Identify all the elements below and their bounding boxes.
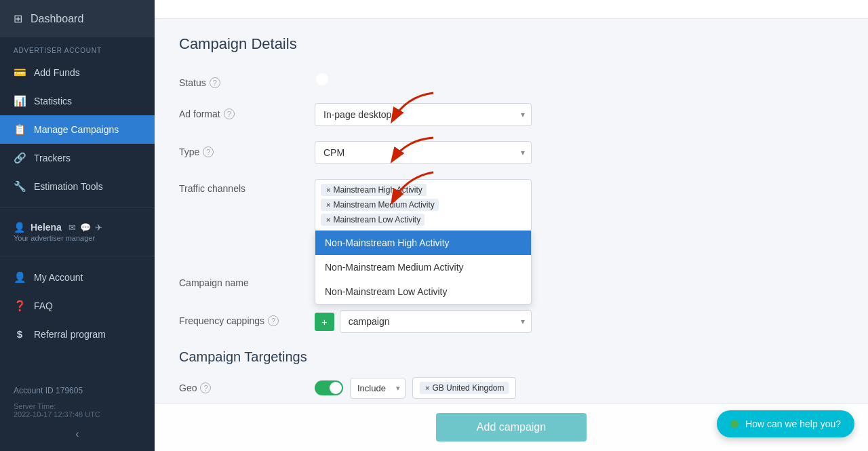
top-bar — [155, 0, 868, 19]
frequency-cappings-row: Frequency cappings ? + campaign — [179, 310, 844, 333]
sidebar-add-funds-label: Add Funds — [34, 67, 80, 78]
type-help-icon[interactable]: ? — [203, 146, 214, 157]
sidebar-faq-label: FAQ — [34, 300, 53, 311]
dropdown-item-non-mainstream-high[interactable]: Non-Mainstream High Activity — [315, 231, 531, 255]
frequency-plus-button[interactable]: + — [315, 313, 334, 331]
frequency-cappings-label: Frequency cappings ? — [179, 310, 315, 326]
dashboard-icon: ⊞ — [14, 12, 22, 25]
selected-tags[interactable]: × Mainstream High Activity × Mainstream … — [315, 180, 531, 231]
frequency-cappings-help-icon[interactable]: ? — [268, 315, 279, 326]
sidebar-item-trackers[interactable]: 🔗 Trackers — [0, 144, 155, 172]
geo-help-icon[interactable]: ? — [200, 383, 211, 393]
statistics-icon: 📊 — [14, 95, 26, 107]
user-name: Helena — [31, 222, 62, 233]
geo-toggle[interactable] — [315, 380, 343, 395]
type-select-wrapper: CPM — [315, 141, 532, 164]
sidebar-item-manage-campaigns[interactable]: 📋 Manage Campaigns — [0, 115, 155, 144]
traffic-dropdown: Non-Mainstream High Activity Non-Mainstr… — [315, 231, 532, 305]
user-icon: 👤 — [14, 222, 25, 233]
geo-tag-x-gb[interactable]: × — [425, 384, 429, 392]
sidebar: ⊞ Dashboard ADVERTISER ACCOUNT 💳 Add Fun… — [0, 0, 155, 451]
traffic-channels-container: × Mainstream High Activity × Mainstream … — [315, 179, 532, 231]
ad-format-select-wrapper: In-page desktop — [315, 103, 532, 126]
dropdown-item-non-mainstream-medium[interactable]: Non-Mainstream Medium Activity — [315, 255, 531, 279]
sidebar-item-statistics[interactable]: 📊 Statistics — [0, 87, 155, 115]
sidebar-referral-label: Referral program — [34, 329, 106, 340]
ad-format-select[interactable]: In-page desktop — [315, 103, 532, 126]
server-time-block: Server Time: 2022-10-17 12:37:48 UTC — [0, 399, 155, 424]
account-id-value: 179605 — [56, 386, 83, 395]
sidebar-item-add-funds[interactable]: 💳 Add Funds — [0, 58, 155, 87]
sidebar-section-advertiser: ADVERTISER ACCOUNT — [0, 37, 155, 58]
skype-icon[interactable]: 💬 — [80, 222, 91, 233]
help-chat[interactable]: How can we help you? — [717, 410, 854, 437]
sidebar-item-my-account[interactable]: 👤 My Account — [0, 263, 155, 292]
traffic-select[interactable]: × Mainstream High Activity × Mainstream … — [315, 179, 532, 231]
traffic-channels-label: Traffic channels — [179, 179, 315, 194]
sidebar-item-dashboard[interactable]: ⊞ Dashboard — [0, 0, 155, 37]
sidebar-item-referral[interactable]: $ Referral program — [0, 320, 155, 348]
sidebar-bottom: Account ID 179605 Server Time: 2022-10-1… — [0, 372, 155, 451]
geo-tag-gb: × GB United Kingdom — [420, 382, 509, 394]
sidebar-statistics-label: Statistics — [34, 96, 72, 106]
tag-mainstream-low: × Mainstream Low Activity — [321, 214, 425, 226]
include-wrapper: Include — [350, 378, 406, 399]
type-row: Type ? CPM — [179, 141, 844, 164]
my-account-icon: 👤 — [14, 271, 26, 283]
status-label: Status ? — [179, 72, 315, 88]
geo-row: Geo ? Include × GB United Kingdom — [179, 377, 844, 399]
status-help-icon[interactable]: ? — [210, 77, 220, 88]
faq-icon: ❓ — [14, 300, 26, 312]
add-campaign-button[interactable]: Add campaign — [436, 413, 587, 442]
sidebar-manage-campaigns-label: Manage Campaigns — [34, 124, 119, 135]
targetings-title: Campaign Targetings — [179, 349, 844, 365]
type-select[interactable]: CPM — [315, 141, 532, 164]
referral-icon: $ — [14, 328, 26, 340]
geo-tags-box[interactable]: × GB United Kingdom — [412, 377, 516, 399]
traffic-channels-row: Traffic channels × Mainstream High Activ… — [179, 179, 844, 231]
manage-campaigns-icon: 📋 — [14, 123, 26, 136]
frequency-cappings-container: + campaign — [315, 310, 532, 333]
content-area: Campaign Details Status ? Ad format ? — [155, 19, 868, 430]
sidebar-user-section: 👤 Helena ✉ 💬 ✈ Your advertiser manager — [0, 215, 155, 249]
sidebar-collapse-button[interactable]: ‹ — [0, 424, 155, 444]
tag-mainstream-high: × Mainstream High Activity — [321, 184, 427, 196]
sidebar-item-faq[interactable]: ❓ FAQ — [0, 292, 155, 320]
status-row: Status ? — [179, 72, 844, 88]
tag-x-mainstream-high[interactable]: × — [326, 186, 330, 194]
geo-label: Geo ? — [179, 377, 315, 393]
dropdown-item-non-mainstream-low[interactable]: Non-Mainstream Low Activity — [315, 279, 531, 304]
help-dot — [730, 420, 738, 428]
account-id-label: Account ID — [14, 386, 54, 395]
frequency-select-wrapper: campaign — [340, 310, 532, 333]
include-select[interactable]: Include — [350, 378, 406, 399]
ad-format-help-icon[interactable]: ? — [224, 109, 235, 119]
geo-controls: Include × GB United Kingdom — [315, 377, 516, 399]
sidebar-trackers-label: Trackers — [34, 153, 71, 163]
estimation-tools-icon: 🔧 — [14, 180, 26, 193]
account-id-block: Account ID 179605 — [0, 379, 155, 399]
server-time-value: 2022-10-17 12:37:48 UTC — [14, 410, 100, 418]
campaign-name-label: Campaign name — [179, 272, 315, 288]
page-title: Campaign Details — [179, 35, 844, 53]
user-role: Your advertiser manager — [14, 234, 141, 242]
ad-format-row: Ad format ? In-page desktop — [179, 103, 844, 126]
main-content: Campaign Details Status ? Ad format ? — [155, 0, 868, 451]
add-funds-icon: 💳 — [14, 66, 26, 79]
sidebar-estimation-tools-label: Estimation Tools — [34, 181, 103, 192]
sidebar-item-estimation-tools[interactable]: 🔧 Estimation Tools — [0, 172, 155, 201]
sidebar-my-account-label: My Account — [34, 272, 83, 283]
telegram-icon[interactable]: ✈ — [95, 222, 102, 233]
email-icon[interactable]: ✉ — [68, 222, 76, 233]
tag-x-mainstream-low[interactable]: × — [326, 216, 330, 224]
ad-format-label: Ad format ? — [179, 103, 315, 119]
sidebar-dashboard-label: Dashboard — [31, 13, 83, 25]
tag-mainstream-medium: × Mainstream Medium Activity — [321, 199, 439, 211]
server-time-label: Server Time: — [14, 402, 56, 410]
tag-x-mainstream-medium[interactable]: × — [326, 201, 330, 209]
type-label: Type ? — [179, 141, 315, 157]
frequency-select[interactable]: campaign — [340, 310, 532, 333]
help-chat-text: How can we help you? — [745, 418, 841, 429]
trackers-icon: 🔗 — [14, 152, 26, 164]
